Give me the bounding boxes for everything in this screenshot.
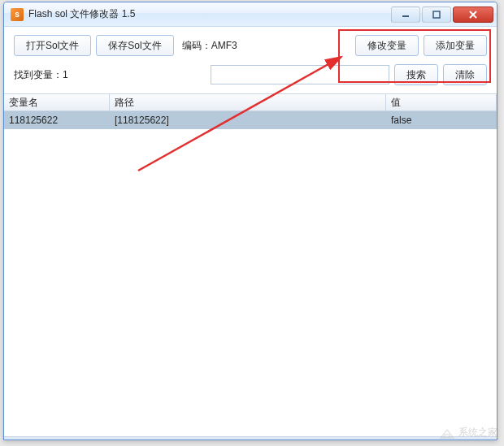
window-controls	[389, 6, 493, 23]
encoding-value: AMF3	[211, 40, 237, 51]
found-count-label: 找到变量：1	[14, 68, 68, 82]
open-sol-button[interactable]: 打开Sol文件	[14, 35, 91, 56]
window-title: Flash sol 文件修改器 1.5	[28, 7, 389, 21]
close-button[interactable]	[453, 6, 493, 23]
svg-rect-1	[433, 11, 440, 18]
minimize-button[interactable]	[391, 6, 420, 23]
table-row[interactable]: 118125622 [118125622] false	[4, 111, 497, 129]
cell-value: false	[386, 111, 497, 129]
titlebar: s Flash sol 文件修改器 1.5	[4, 2, 497, 27]
maximize-button[interactable]	[422, 6, 451, 23]
search-row: 找到变量：1 搜索 清除	[4, 61, 497, 93]
encoding-label: 编码：AMF3	[182, 39, 237, 53]
add-var-button[interactable]: 添加变量	[424, 35, 487, 56]
cell-path: [118125622]	[110, 111, 386, 129]
app-icon: s	[11, 8, 24, 21]
col-header-path[interactable]: 路径	[110, 94, 386, 110]
col-header-value[interactable]: 值	[386, 94, 497, 110]
search-input[interactable]	[211, 65, 389, 84]
search-button[interactable]: 搜索	[394, 64, 438, 85]
save-sol-button[interactable]: 保存Sol文件	[96, 35, 173, 56]
col-header-name[interactable]: 变量名	[4, 94, 110, 110]
grid-header: 变量名 路径 值	[4, 93, 497, 111]
grid-body[interactable]: 118125622 [118125622] false	[4, 111, 497, 436]
clear-button[interactable]: 清除	[443, 64, 487, 85]
cell-name: 118125622	[4, 111, 110, 129]
found-count: 1	[63, 69, 68, 80]
toolbar: 打开Sol文件 保存Sol文件 编码：AMF3 修改变量 添加变量	[4, 27, 497, 61]
encoding-prefix: 编码：	[182, 40, 211, 51]
app-window: s Flash sol 文件修改器 1.5 打开Sol文件 保存Sol文件 编码…	[3, 2, 497, 440]
statusbar	[4, 436, 497, 440]
modify-var-button[interactable]: 修改变量	[355, 35, 419, 56]
found-prefix: 找到变量：	[14, 69, 63, 80]
